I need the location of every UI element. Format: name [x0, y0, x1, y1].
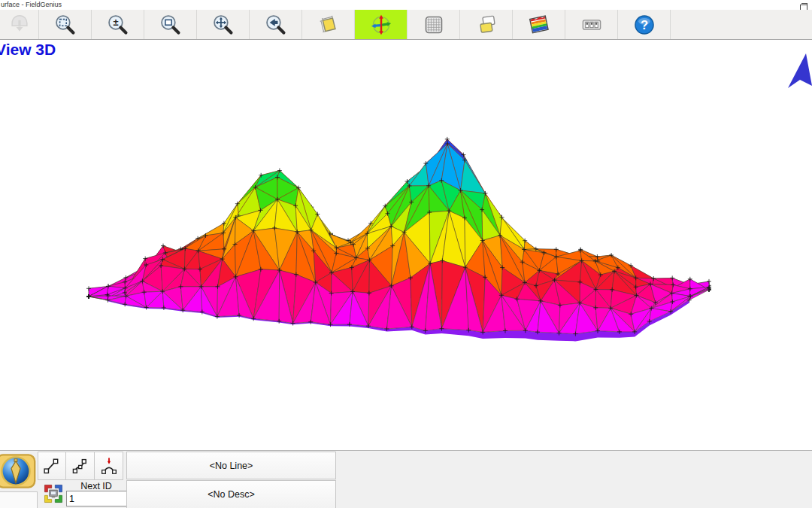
- title-bar: urface - FieldGenius: [0, 0, 812, 10]
- grid-icon: [422, 13, 446, 37]
- zoom-extents-button[interactable]: [39, 10, 92, 39]
- draw-spline-button[interactable]: [66, 452, 95, 480]
- surface-3d-button[interactable]: [513, 10, 565, 39]
- toggles-icon: [580, 13, 604, 37]
- zoom-previous-icon: [264, 13, 288, 37]
- rotate-3d-icon: [369, 13, 393, 37]
- plan-view-button[interactable]: [302, 10, 355, 39]
- pan-icon: [211, 13, 235, 37]
- zoom-window-button[interactable]: [144, 10, 197, 39]
- svg-text:?: ?: [640, 18, 647, 32]
- line-icon: [41, 455, 62, 476]
- toolbar-spacer: [671, 10, 812, 39]
- rotate-3d-button[interactable]: [355, 10, 408, 39]
- draw-line-button[interactable]: [38, 452, 66, 480]
- layers-button[interactable]: [460, 10, 513, 39]
- next-id-input[interactable]: [66, 491, 129, 506]
- import-button: [0, 10, 39, 39]
- secondary-instrument-button[interactable]: [0, 491, 38, 508]
- plan-view-icon: [317, 13, 341, 37]
- view-canvas[interactable]: View 3D: [0, 40, 812, 450]
- north-arrow-icon: [786, 50, 812, 93]
- active-desc-button[interactable]: <No Desc>: [126, 480, 336, 508]
- spline-icon: [70, 455, 91, 476]
- display-toggles-button[interactable]: [565, 10, 618, 39]
- draw-arc-button[interactable]: [95, 452, 123, 480]
- linework-toolbar: [38, 452, 123, 480]
- instrument-selector-button[interactable]: [0, 452, 38, 489]
- zoom-window-icon: [159, 13, 183, 37]
- arc-icon: [98, 455, 120, 476]
- zoom-in-out-icon: ±: [106, 13, 130, 37]
- tin-surface-mesh[interactable]: [0, 40, 812, 450]
- help-icon: ?: [632, 13, 656, 37]
- screen-capture-button[interactable]: [41, 481, 66, 506]
- help-button[interactable]: ?: [618, 10, 671, 39]
- surface-icon: [527, 13, 551, 37]
- svg-text:±: ±: [113, 17, 118, 28]
- zoom-extents-icon: [53, 13, 77, 37]
- main-toolbar: ± ?: [0, 10, 812, 40]
- active-line-button[interactable]: <No Line>: [126, 452, 336, 479]
- bottom-toolbar: Next ID <No Line> <No Desc>: [0, 450, 812, 508]
- grid-view-button[interactable]: [408, 10, 460, 39]
- window-title: urface - FieldGenius: [1, 1, 62, 8]
- import-icon: [8, 13, 32, 37]
- next-id-label: Next ID: [66, 481, 126, 491]
- layers-icon: [474, 13, 498, 37]
- zoom-pan-button[interactable]: [197, 10, 250, 39]
- zoom-previous-button[interactable]: [250, 10, 302, 39]
- screen-capture-icon: [42, 482, 65, 505]
- zoom-in-out-button[interactable]: ±: [92, 10, 144, 39]
